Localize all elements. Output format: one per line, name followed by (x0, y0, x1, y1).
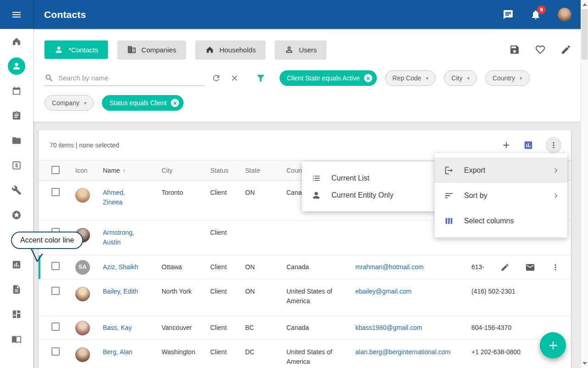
row-checkbox[interactable] (51, 188, 60, 196)
chip-city[interactable]: City ▾ (444, 70, 477, 86)
sidebar-item-directory[interactable] (0, 327, 33, 351)
row-checkbox[interactable] (51, 323, 60, 331)
select-all-checkbox[interactable] (51, 166, 60, 174)
contact-email-link[interactable]: ebailey@gmail.com (355, 288, 411, 295)
menu-item-sort-by[interactable]: Sort by (435, 183, 567, 208)
scroll-up-arrow[interactable] (582, 3, 587, 6)
sidebar-item-dashboard[interactable] (0, 302, 33, 327)
home-icon (11, 36, 22, 47)
cell-status: Client (210, 323, 245, 333)
annotation-callout: Accent color line (11, 232, 83, 249)
table-row-hovered[interactable]: SA Aziz, Shaikh Ottawa Client ON Canada … (39, 255, 571, 279)
analytics-button[interactable] (523, 140, 533, 150)
edit-view-button[interactable] (560, 44, 571, 55)
chip-status[interactable]: Status equals Client × (102, 95, 184, 111)
pencil-icon (560, 44, 571, 55)
sort-icon (444, 191, 454, 201)
sort-ascending-icon: ↑ (123, 167, 126, 174)
chip-country[interactable]: Country ▾ (485, 70, 530, 86)
menu-item-label: Sort by (464, 192, 487, 200)
notifications-button[interactable]: 9 (530, 9, 541, 20)
hamburger-menu-button[interactable] (0, 0, 33, 29)
chip-label: City (451, 74, 462, 82)
row-checkbox[interactable] (51, 287, 60, 295)
favorite-button[interactable] (535, 44, 546, 55)
table-row[interactable]: Bass, Kay Vancouver Client BC Canada kba… (39, 316, 571, 340)
chevron-down-icon: ▾ (426, 75, 429, 81)
refresh-button[interactable] (212, 74, 221, 83)
search-input[interactable] (58, 74, 204, 82)
menu-item-select-columns[interactable]: Select columns (435, 208, 567, 233)
refresh-icon (212, 74, 221, 83)
app-window: $ Contacts 9 (0, 0, 588, 368)
dots-vertical-icon (551, 263, 560, 272)
clear-search-button[interactable] (230, 74, 239, 83)
plus-icon (501, 140, 511, 150)
column-header-state[interactable]: State (245, 167, 286, 174)
sidebar-item-tasks[interactable] (0, 103, 33, 128)
sidebar-item-contacts[interactable] (0, 54, 33, 79)
sidebar-item-featured[interactable] (0, 203, 33, 227)
sidebar-item-documents[interactable] (0, 128, 33, 153)
tab-users[interactable]: Users (275, 40, 326, 59)
tab-households[interactable]: Households (196, 40, 265, 59)
cell-status: Client (210, 188, 245, 198)
contact-email-link[interactable]: mrahman@hotmail.com (355, 263, 424, 271)
email-contact-button[interactable] (525, 262, 535, 272)
tab-companies[interactable]: Companies (118, 40, 186, 59)
items-summary: 70 items | none selected (50, 142, 119, 149)
add-contact-fab[interactable] (540, 332, 566, 358)
sidebar-item-billing[interactable]: $ (0, 153, 33, 178)
contact-name-link[interactable]: Berg, Alan (103, 348, 133, 356)
contact-name-link[interactable]: Ahmed, Zineea (103, 188, 140, 207)
scrollbar-thumb[interactable] (582, 9, 588, 60)
add-item-button[interactable] (501, 140, 511, 150)
column-header-city[interactable]: City (162, 167, 210, 174)
row-checkbox[interactable] (51, 347, 60, 356)
row-options-button[interactable] (551, 263, 560, 272)
sidebar-item-pages[interactable] (0, 277, 33, 302)
search-icon (45, 74, 54, 83)
contact-email-link[interactable]: kbass1980@gmail.com (355, 324, 422, 331)
filter-button[interactable] (256, 73, 266, 83)
sidebar-item-calendar[interactable] (0, 79, 33, 103)
column-header-name[interactable]: Name ↑ (103, 167, 162, 174)
menu-item-label: Select columns (464, 217, 514, 225)
chip-remove-icon[interactable]: × (171, 99, 179, 107)
list-options-menu: Export Sort by Select columns (435, 153, 567, 238)
list-options-button[interactable] (545, 137, 562, 153)
user-avatar[interactable] (558, 8, 571, 22)
sidebar-item-tools[interactable] (0, 178, 33, 203)
submenu-item-current-entity-only[interactable]: Current Entity Only (302, 187, 435, 204)
chip-rep-code[interactable]: Rep Code ▾ (385, 70, 436, 86)
app-header: Contacts 9 (33, 0, 581, 29)
chevron-down-icon: ▾ (467, 75, 470, 81)
chip-company[interactable]: Company ▾ (45, 95, 94, 111)
vertical-scrollbar[interactable] (581, 0, 588, 368)
building-icon (127, 45, 136, 54)
chat-button[interactable] (503, 9, 514, 20)
chevron-right-icon (552, 166, 560, 175)
contact-name-link[interactable]: Bass, Kay (103, 324, 132, 331)
cell-state: BC (245, 323, 286, 333)
chip-remove-icon[interactable]: × (364, 74, 372, 82)
tab-contacts[interactable]: *Contacts (45, 40, 108, 59)
menu-item-export[interactable]: Export (435, 158, 567, 183)
contact-name-link[interactable]: Aziz, Shaikh (103, 263, 138, 271)
contact-name-link[interactable]: Bailey, Edith (103, 288, 138, 295)
sidebar-item-home[interactable] (0, 29, 33, 54)
contact-name-link[interactable]: Armstrong, Austin (103, 228, 140, 247)
column-header-icon[interactable]: Icon (75, 167, 103, 174)
edit-contact-button[interactable] (500, 263, 510, 272)
save-view-button[interactable] (509, 44, 520, 55)
contact-email-link[interactable]: alan.berg@berginternational.com (355, 348, 450, 356)
submenu-item-current-list[interactable]: Current List (302, 170, 435, 187)
table-row[interactable]: Berg, Alan Washington Client DC United S… (39, 340, 571, 368)
hamburger-icon (11, 9, 22, 20)
table-row[interactable]: Bailey, Edith North York Client ON Unite… (39, 279, 571, 316)
chip-client-state[interactable]: Client State equals Active × (280, 70, 377, 86)
column-header-status[interactable]: Status (210, 167, 245, 174)
row-checkbox[interactable] (51, 262, 60, 270)
chip-label: Country (493, 74, 515, 82)
scroll-down-arrow[interactable] (582, 362, 587, 365)
